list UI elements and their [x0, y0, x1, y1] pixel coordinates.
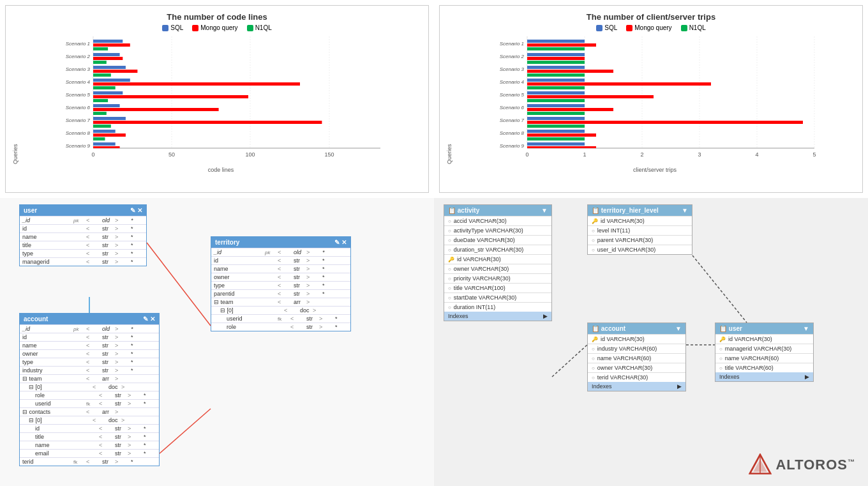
svg-rect-70 [527, 47, 585, 50]
table-account-sql: account ✎ ✕ _idpk<old>* id<str>* name<st… [19, 313, 160, 466]
ter-col-userid: useridfk<str>* [211, 314, 350, 323]
thl-level: ○level INT(11) [588, 225, 692, 235]
ter-col-id: id<str>* [211, 256, 350, 264]
svg-rect-79 [527, 86, 585, 89]
table-account-title: account [24, 315, 48, 323]
chart-left-legend: SQL Mongo query N1QL [12, 24, 422, 31]
acc-col-c-id: id<str>* [20, 424, 159, 432]
svg-rect-44 [93, 146, 120, 148]
chart-right-title: The number of client/server trips [446, 12, 856, 22]
ter-col-name: name<str>* [211, 264, 350, 273]
nosql-account-title: 📋 account [592, 325, 625, 332]
svg-text:Scenario 5: Scenario 5 [500, 92, 525, 98]
svg-rect-76 [527, 73, 585, 77]
svg-rect-89 [527, 130, 585, 133]
acc-col-industry: industry<str>* [20, 366, 159, 374]
svg-rect-38 [93, 121, 322, 124]
table-user-title: user [24, 207, 37, 214]
svg-rect-91 [527, 137, 585, 140]
user-id: 🔑id VARCHAR(30) [715, 334, 813, 344]
svg-rect-41 [93, 133, 126, 137]
chart-right-inner: 0 1 2 3 4 5 Scenario 1 Scenario 2 Scenar… [454, 36, 856, 164]
svg-rect-87 [527, 121, 803, 124]
nosql-territory-hier-title: 📋 territory_hier_level [592, 207, 659, 214]
svg-rect-90 [527, 133, 596, 137]
bar-chart-left-svg: 0 50 100 150 Scenario 1 Scenario 2 Scena… [20, 36, 422, 164]
svg-rect-29 [93, 82, 300, 86]
svg-rect-31 [93, 91, 123, 95]
svg-rect-71 [527, 53, 585, 56]
acc-col-owner: owner<str>* [20, 349, 159, 358]
acc-name: ○name VARCHAR(60) [588, 353, 685, 363]
user-col-type: type<str>* [20, 249, 146, 257]
acc-col-id: id<str>* [20, 333, 159, 341]
svg-rect-32 [93, 95, 248, 98]
altoros-text: ALTOROS™ [775, 457, 855, 473]
legend-sql-dot-r [596, 25, 602, 31]
nosql-activity-arrow: ▼ [541, 207, 548, 214]
svg-rect-72 [527, 57, 585, 60]
activity-duration: ○duration INT(11) [444, 302, 551, 312]
user-indexes: Indexes▶ [715, 372, 813, 381]
chart-left-title: The number of code lines [12, 12, 422, 22]
user-col-title: title<str>* [20, 241, 146, 249]
ter-col-team-0: ⊟ [0]<doc> [211, 306, 350, 314]
svg-rect-42 [93, 137, 105, 140]
svg-rect-86 [527, 117, 585, 120]
table-user-sql: user ✎ ✕ _idpk<old>* id<str>* name<str>*… [19, 204, 147, 266]
svg-line-97 [552, 345, 587, 377]
svg-text:Scenario 2: Scenario 2 [66, 54, 91, 59]
svg-text:Scenario 4: Scenario 4 [500, 79, 525, 85]
svg-text:150: 150 [324, 151, 334, 158]
table-territory-header: territory ✎ ✕ [211, 237, 350, 248]
nosql-schema-panel: 📋 activity ▼ ○accid VARCHAR(30) ○activit… [434, 198, 868, 486]
svg-rect-78 [527, 82, 711, 86]
svg-rect-34 [93, 104, 120, 107]
y-axis-label-left: Queries [12, 36, 19, 164]
svg-rect-20 [93, 43, 130, 47]
acc-col-contacts: ⊟ contacts<arr> [20, 407, 159, 416]
legend-mongo-label-r: Mongo query [634, 24, 671, 31]
ter-col-team: ⊟ team<arr> [211, 298, 350, 306]
nosql-table-territory-hier: 📋 territory_hier_level ▼ 🔑id VARCHAR(30)… [587, 204, 692, 255]
acc-col-team-0: ⊟ [0]<doc> [20, 383, 159, 391]
legend-n1ql-label-r: N1QL [689, 24, 706, 31]
acc-col-name: name<str>* [20, 341, 159, 349]
svg-text:3: 3 [698, 151, 701, 158]
svg-rect-27 [93, 73, 111, 77]
legend-n1ql-dot [247, 25, 253, 31]
legend-n1ql-r: N1QL [681, 24, 706, 31]
activity-accid: ○accid VARCHAR(30) [444, 216, 551, 225]
nosql-account-header: 📋 account ▼ [588, 323, 685, 334]
activity-indexes: Indexes▶ [444, 312, 551, 321]
acc-terid: ○terid VARCHAR(30) [588, 372, 685, 382]
thl-parent: ○parent VARCHAR(30) [588, 235, 692, 245]
ter-col-type: type<str>* [211, 281, 350, 289]
acc-col-c-name: name<str>* [20, 441, 159, 449]
acc-col-terid: teridfk<str>* [20, 457, 159, 466]
svg-rect-39 [93, 125, 111, 128]
legend-mongo-label: Mongo query [200, 24, 237, 31]
svg-rect-40 [93, 130, 116, 133]
table-territory-icons: ✎ ✕ [334, 239, 347, 246]
user-name: ○name VARCHAR(60) [715, 353, 813, 363]
altoros-icon-svg [749, 453, 772, 476]
svg-rect-25 [93, 66, 126, 69]
user-col-id: id<str>* [20, 224, 146, 232]
table-territory-title: territory [215, 239, 239, 246]
x-axis-label-left: code lines [20, 167, 422, 173]
svg-rect-82 [527, 99, 585, 102]
nosql-user-header: 📋 user ▼ [715, 323, 813, 334]
user-title: ○title VARCHAR(60) [715, 363, 813, 372]
acc-col-contacts-0: ⊟ [0]<doc> [20, 416, 159, 424]
svg-rect-33 [93, 99, 108, 102]
legend-mongo-dot-r [626, 25, 632, 31]
chart-code-lines: The number of code lines SQL Mongo query… [5, 5, 429, 193]
svg-rect-21 [93, 47, 108, 50]
activity-owner: ○owner VARCHAR(30) [444, 264, 551, 273]
svg-text:Scenario 1: Scenario 1 [500, 41, 524, 47]
svg-rect-26 [93, 70, 137, 73]
svg-text:0: 0 [525, 151, 528, 158]
svg-text:Scenario 3: Scenario 3 [500, 66, 525, 72]
y-axis-label-right: Queries [446, 36, 453, 164]
